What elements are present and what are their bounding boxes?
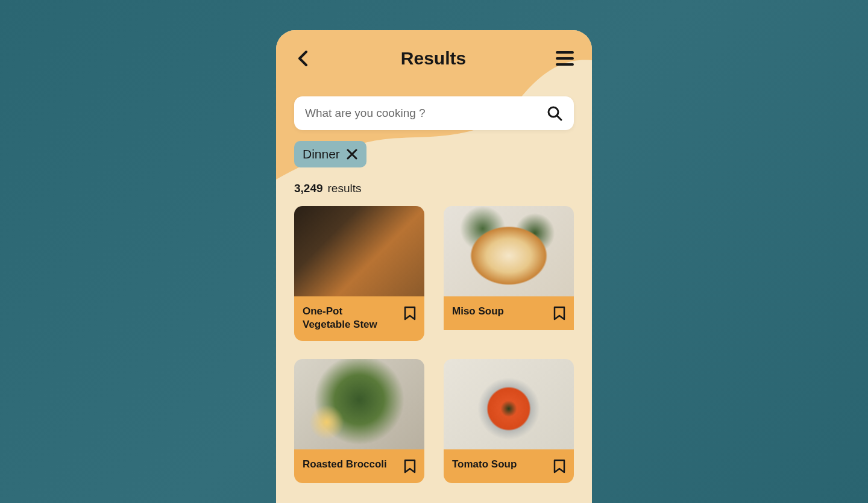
recipe-image xyxy=(294,206,424,296)
bookmark-icon[interactable] xyxy=(553,459,565,473)
bookmark-icon[interactable] xyxy=(404,306,416,320)
filter-label: Dinner xyxy=(303,147,340,161)
bookmark-icon[interactable] xyxy=(404,459,416,473)
recipe-card-footer: Tomato Soup xyxy=(444,449,574,483)
recipe-card[interactable]: Roasted Broccoli xyxy=(294,359,424,483)
close-icon xyxy=(347,149,357,160)
recipe-card-footer: Roasted Broccoli xyxy=(294,449,424,483)
results-count: 3,249results xyxy=(294,182,592,195)
recipe-card[interactable]: One-Pot Vegetable Stew xyxy=(294,206,424,341)
recipe-card[interactable]: Tomato Soup xyxy=(444,359,574,483)
recipe-image xyxy=(444,206,574,296)
header: Results xyxy=(276,30,592,69)
filter-chip-dinner[interactable]: Dinner xyxy=(294,141,366,167)
bookmark-icon[interactable] xyxy=(553,306,565,320)
recipe-card-footer: One-Pot Vegetable Stew xyxy=(294,296,424,341)
filter-remove-button[interactable] xyxy=(346,148,358,160)
menu-button[interactable] xyxy=(556,51,574,66)
menu-icon-line xyxy=(556,51,574,54)
recipe-title: Roasted Broccoli xyxy=(303,458,387,471)
menu-icon-line xyxy=(556,63,574,66)
results-count-number: 3,249 xyxy=(294,182,323,195)
recipe-title: Tomato Soup xyxy=(452,458,517,471)
menu-icon-line xyxy=(556,57,574,60)
results-count-label: results xyxy=(328,182,362,195)
recipe-image xyxy=(294,359,424,449)
search-container xyxy=(294,96,574,130)
chevron-left-icon xyxy=(297,50,308,67)
page-title: Results xyxy=(401,48,466,69)
search-input[interactable] xyxy=(294,96,574,130)
recipe-image xyxy=(444,359,574,449)
recipe-card-footer: Miso Soup xyxy=(444,296,574,330)
recipe-title: Miso Soup xyxy=(452,305,504,318)
back-button[interactable] xyxy=(294,50,311,67)
recipe-title: One-Pot Vegetable Stew xyxy=(303,305,393,331)
app-screen: Results Dinner 3,249results One-Po xyxy=(276,30,592,503)
recipe-card[interactable]: Miso Soup xyxy=(444,206,574,341)
results-grid: One-Pot Vegetable Stew Miso Soup Roasted… xyxy=(276,195,592,483)
